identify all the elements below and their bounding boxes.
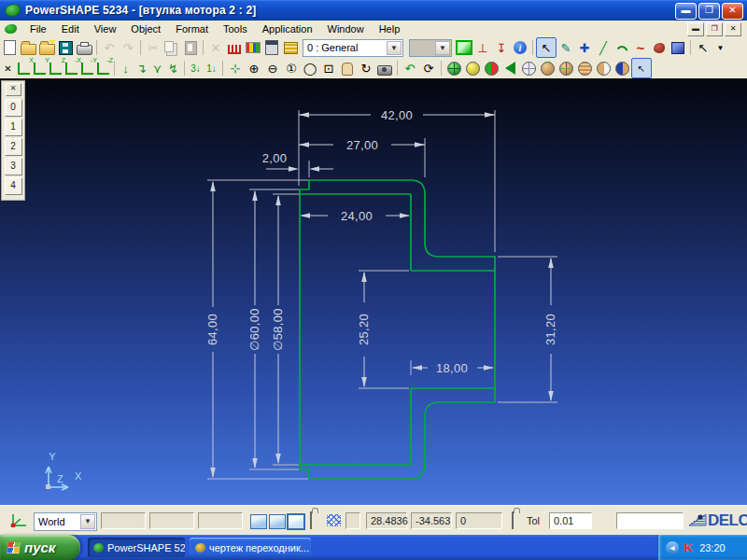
x-coordinate-field[interactable]: 28.4836 [366, 512, 407, 529]
view-from-x-icon[interactable]: X [16, 59, 32, 77]
menu-edit[interactable]: Edit [54, 21, 87, 36]
coordinate-lock-icon[interactable] [512, 511, 514, 529]
shaded-yellow-icon[interactable] [463, 59, 482, 77]
curve-tool-icon[interactable]: ~ [631, 38, 650, 57]
taskbar-task-drawing[interactable]: чертеж переходник... [190, 538, 311, 557]
iso-3-icon[interactable]: 3↓ [188, 59, 204, 77]
arc-tool-icon[interactable] [613, 38, 631, 57]
taskbar-task-powershape[interactable]: PowerSHAPE 5234 - [... [88, 538, 185, 557]
colour-selector[interactable]: ▼ [409, 39, 452, 57]
line-tool-icon[interactable]: ╱ [594, 38, 613, 57]
half-shaded-view-icon[interactable] [594, 59, 613, 77]
rotate-view-icon[interactable]: ↻ [357, 59, 375, 77]
view-from-z-icon[interactable]: Z [48, 59, 63, 77]
erase-tool-icon[interactable] [225, 38, 244, 57]
wireframe-view-icon[interactable] [519, 59, 538, 77]
hidden-line-view-icon[interactable] [575, 59, 594, 77]
view-cube-3-icon[interactable] [288, 514, 304, 529]
dimension-spigot-diameter[interactable]: 31,20 [543, 258, 557, 401]
view-from-y-icon[interactable]: Y [32, 59, 48, 77]
select-mode-icon[interactable]: ↖ [694, 38, 712, 57]
open-folder-icon[interactable] [19, 38, 37, 57]
menu-format[interactable]: Format [168, 21, 216, 36]
menu-window[interactable]: Window [320, 21, 372, 36]
dimension-bore-depth[interactable]: 24,00 [300, 209, 410, 223]
menu-tools[interactable]: Tools [216, 21, 255, 36]
move-tool-icon[interactable]: ✚ [575, 38, 594, 57]
select-arrow-icon[interactable]: ↖ [536, 37, 557, 58]
start-button[interactable]: пуск [0, 535, 80, 560]
shaded-view-icon[interactable] [538, 59, 557, 77]
view-from-minus-y-icon[interactable]: -Y [79, 59, 95, 77]
z-coordinate-field[interactable]: 0 [456, 512, 502, 529]
restore-button[interactable]: ❐ [698, 3, 720, 20]
menu-help[interactable]: Help [372, 21, 408, 36]
delete-icon[interactable]: ✕ [206, 38, 225, 57]
menu-object[interactable]: Object [123, 21, 168, 36]
pin-icon[interactable]: ↧ [492, 38, 511, 57]
paste-icon[interactable] [181, 38, 200, 57]
child-minimize-button[interactable]: ▬ [687, 22, 704, 36]
zoom-1-icon[interactable]: ① [282, 59, 301, 77]
zoom-out-icon[interactable]: ⊖ [263, 59, 282, 77]
zoom-to-fit-icon[interactable]: ⊹ [226, 59, 245, 77]
grid-hatch-icon[interactable] [327, 514, 341, 526]
lock-icon[interactable] [310, 511, 312, 529]
levels-icon[interactable] [281, 38, 300, 57]
dimension-lip-diameter[interactable]: ∅60,00 [247, 190, 261, 469]
level-button-2[interactable]: 2 [5, 138, 22, 156]
level-selector[interactable]: 0 : General ▼ [303, 39, 403, 57]
iso-view-2-icon[interactable]: ↴ [134, 59, 149, 77]
workplane-triad-icon[interactable] [7, 511, 30, 527]
pan-hand-icon[interactable] [338, 59, 357, 77]
calculator-icon[interactable] [262, 38, 281, 57]
iso-view-3-icon[interactable]: ⋎ [149, 59, 165, 77]
workplane-selector[interactable]: World ▼ [34, 512, 97, 531]
drawing-viewport[interactable]: 42,00 27,00 2,00 24,00 [0, 78, 747, 505]
surface-tool-icon[interactable] [650, 38, 669, 57]
level-button-3[interactable]: 3 [5, 158, 22, 175]
zoom-box-icon[interactable]: ⊡ [319, 59, 338, 77]
close-button[interactable]: ✕ [722, 3, 743, 20]
iso-view-4-icon[interactable]: ↯ [165, 59, 181, 77]
level-button-0[interactable]: 0 [5, 99, 22, 117]
chevron-down-icon[interactable]: ▼ [387, 41, 402, 55]
new-document-icon[interactable] [0, 38, 19, 57]
iso-1-icon[interactable]: 1↓ [204, 59, 219, 77]
shaded-wire-view-icon[interactable] [557, 59, 575, 77]
child-restore-button[interactable]: ❐ [706, 22, 723, 36]
chevron-down-icon[interactable]: ▼ [435, 41, 450, 55]
iso-view-1-icon[interactable]: ↓ [118, 59, 134, 77]
refresh-view-icon[interactable]: ⟳ [419, 59, 438, 77]
level-button-4[interactable]: 4 [5, 177, 22, 195]
y-coordinate-field[interactable]: -34.563 [411, 512, 452, 529]
menu-file[interactable]: File [22, 21, 54, 36]
dimension-lip-width[interactable]: 2,00 [262, 151, 333, 172]
level-button-1[interactable]: 1 [5, 119, 22, 136]
antivirus-tray-icon[interactable]: K [684, 540, 693, 555]
print-icon[interactable] [75, 38, 93, 57]
menu-view[interactable]: View [87, 21, 124, 36]
tray-collapse-icon[interactable]: ◂ [666, 541, 679, 554]
status-field-1[interactable] [101, 512, 146, 529]
child-close-button[interactable]: ✕ [725, 22, 741, 36]
circle-select-icon[interactable]: ◯ [301, 59, 319, 77]
part-profile[interactable] [300, 180, 495, 479]
dimension-total-length[interactable]: 42,00 [299, 108, 495, 122]
dimension-outer-size[interactable]: 64,00 [205, 181, 219, 478]
view-from-minus-z-icon[interactable]: -Z [95, 59, 111, 77]
import-icon[interactable] [37, 38, 56, 57]
zoom-in-icon[interactable]: ⊕ [245, 59, 263, 77]
dimension-bore-diameter[interactable]: 25,20 [357, 272, 371, 387]
status-field-4[interactable] [345, 512, 360, 529]
shaded-compare-icon[interactable] [482, 59, 500, 77]
cut-icon[interactable]: ✂ [144, 38, 162, 57]
wireframe-globe-icon[interactable] [444, 59, 463, 77]
status-field-3[interactable] [198, 512, 243, 529]
toolbar-close-icon[interactable]: ✕ [6, 83, 21, 96]
clipboard-icon[interactable] [455, 38, 473, 57]
dimension-counterbore-diameter[interactable]: ∅58,00 [271, 195, 285, 464]
curve-edit-icon[interactable]: ✎ [557, 38, 575, 57]
undo-icon[interactable]: ↶ [100, 38, 119, 57]
prompt-field[interactable] [616, 512, 684, 529]
